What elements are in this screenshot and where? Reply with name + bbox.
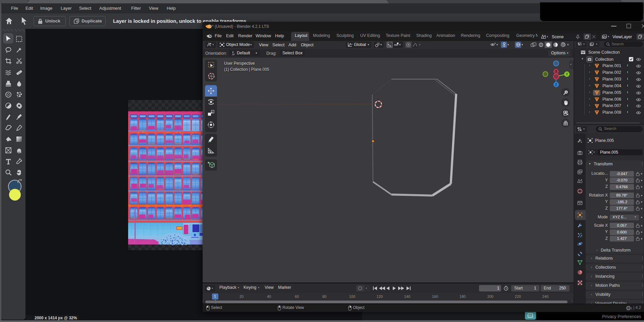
svg-text:Z: Z	[555, 83, 557, 87]
svg-text:X: X	[555, 70, 557, 73]
svg-text:Y: Y	[566, 72, 568, 76]
